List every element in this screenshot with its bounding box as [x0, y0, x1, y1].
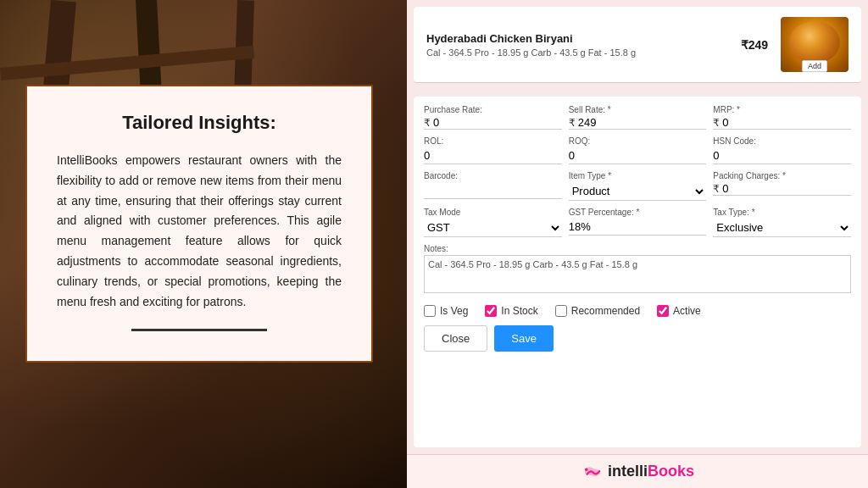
sell-rate-currency: ₹: [569, 117, 576, 129]
tax-type-field: Tax Type: * Exclusive Inclusive: [713, 208, 851, 237]
gst-percentage-field: GST Percentage: *: [569, 208, 707, 237]
product-name: Hyderabadi Chicken Biryani: [426, 32, 732, 45]
form-row-rol-roq: ROL: ROQ: HSN Code:: [424, 136, 851, 164]
packing-charges-label: Packing Charges: *: [713, 171, 851, 180]
notes-label: Notes:: [424, 244, 851, 253]
barcode-input[interactable]: [424, 182, 562, 199]
mrp-field: MRP: * ₹: [713, 105, 851, 130]
roq-input[interactable]: [569, 147, 707, 164]
recommended-input[interactable]: [555, 305, 567, 317]
add-product-button[interactable]: Add: [802, 60, 827, 72]
svg-point-0: [585, 468, 588, 471]
item-type-select[interactable]: Product Service Combo: [569, 182, 707, 201]
footer-bar: intelliBooks: [407, 454, 868, 488]
hsn-code-label: HSN Code:: [713, 136, 851, 146]
form-row-rates: Purchase Rate: ₹ Sell Rate: * ₹ MRP: *: [424, 105, 851, 130]
insight-underline: [131, 329, 267, 331]
mrp-currency: ₹: [713, 117, 720, 129]
insight-body: IntelliBooks empowers restaurant owners …: [57, 151, 342, 312]
insight-title: Tailored Insights:: [57, 112, 342, 134]
product-form: Purchase Rate: ₹ Sell Rate: * ₹ MRP: *: [414, 97, 861, 447]
action-row: Close Save: [424, 322, 851, 352]
recommended-label: Recommended: [571, 305, 640, 317]
left-panel: Tailored Insights: IntelliBooks empowers…: [0, 0, 407, 488]
tax-type-label: Tax Type: *: [713, 208, 851, 217]
logo-text: intelliBooks: [608, 463, 694, 480]
close-button[interactable]: Close: [424, 325, 487, 352]
roq-field: ROQ:: [569, 136, 707, 164]
logo-area: intelliBooks: [581, 463, 694, 480]
barcode-field: Barcode:: [424, 171, 562, 201]
product-macros: Cal - 364.5 Pro - 18.95 g Carb - 43.5 g …: [426, 47, 732, 58]
packing-charges-field: Packing Charges: * ₹: [713, 171, 851, 201]
active-checkbox[interactable]: Active: [657, 305, 701, 317]
recommended-checkbox[interactable]: Recommended: [555, 305, 640, 317]
in-stock-input[interactable]: [485, 305, 497, 317]
hsn-code-input[interactable]: [713, 147, 851, 164]
sell-rate-field: Sell Rate: * ₹: [569, 105, 707, 130]
packing-charges-input[interactable]: [722, 182, 851, 195]
gst-percentage-label: GST Percentage: *: [569, 208, 707, 217]
tax-mode-select[interactable]: GST VAT None: [424, 219, 562, 237]
active-label: Active: [673, 305, 701, 317]
checkbox-row: Is Veg In Stock Recommended Active: [424, 300, 851, 322]
roq-label: ROQ:: [569, 136, 707, 146]
purchase-rate-currency: ₹: [424, 117, 431, 129]
barcode-label: Barcode:: [424, 171, 562, 180]
product-info: Hyderabadi Chicken Biryani Cal - 364.5 P…: [426, 32, 732, 58]
hsn-code-field: HSN Code:: [713, 136, 851, 164]
rol-field: ROL:: [424, 136, 562, 164]
save-button[interactable]: Save: [494, 325, 554, 352]
form-row-notes: Notes: Cal - 364.5 Pro - 18.95 g Carb - …: [424, 244, 851, 293]
in-stock-label: In Stock: [501, 305, 537, 317]
product-price: ₹249: [741, 38, 772, 52]
logo-highlight: Books: [648, 463, 694, 480]
notes-textarea[interactable]: Cal - 364.5 Pro - 18.95 g Carb - 43.5 g …: [424, 255, 851, 293]
in-stock-checkbox[interactable]: In Stock: [485, 305, 537, 317]
intellibooks-logo-icon: [581, 463, 604, 480]
is-veg-checkbox[interactable]: Is Veg: [424, 305, 468, 317]
item-type-label: Item Type *: [569, 171, 707, 180]
right-panel: Hyderabadi Chicken Biryani Cal - 364.5 P…: [407, 0, 868, 488]
insight-card: Tailored Insights: IntelliBooks empowers…: [25, 85, 373, 363]
sell-rate-input[interactable]: [578, 116, 707, 129]
product-image: Add: [781, 17, 849, 72]
notes-field: Notes: Cal - 364.5 Pro - 18.95 g Carb - …: [424, 244, 851, 293]
purchase-rate-label: Purchase Rate:: [424, 105, 562, 114]
is-veg-label: Is Veg: [440, 305, 468, 317]
mrp-input[interactable]: [722, 116, 851, 129]
product-header: Hyderabadi Chicken Biryani Cal - 364.5 P…: [414, 7, 861, 83]
rol-label: ROL:: [424, 136, 562, 146]
mrp-label: MRP: *: [713, 105, 851, 114]
item-type-field: Item Type * Product Service Combo: [569, 171, 707, 201]
form-row-barcode-itemtype: Barcode: Item Type * Product Service Com…: [424, 171, 851, 201]
is-veg-input[interactable]: [424, 305, 436, 317]
purchase-rate-input[interactable]: [433, 116, 562, 129]
tax-mode-label: Tax Mode: [424, 208, 562, 217]
sell-rate-label: Sell Rate: *: [569, 105, 707, 114]
rol-input[interactable]: [424, 147, 562, 164]
tax-type-select[interactable]: Exclusive Inclusive: [713, 219, 851, 237]
packing-currency: ₹: [713, 183, 720, 195]
active-input[interactable]: [657, 305, 669, 317]
form-row-tax: Tax Mode GST VAT None GST Percentage: * …: [424, 208, 851, 237]
purchase-rate-field: Purchase Rate: ₹: [424, 105, 562, 130]
tax-mode-field: Tax Mode GST VAT None: [424, 208, 562, 237]
gst-percentage-input[interactable]: [569, 219, 707, 236]
